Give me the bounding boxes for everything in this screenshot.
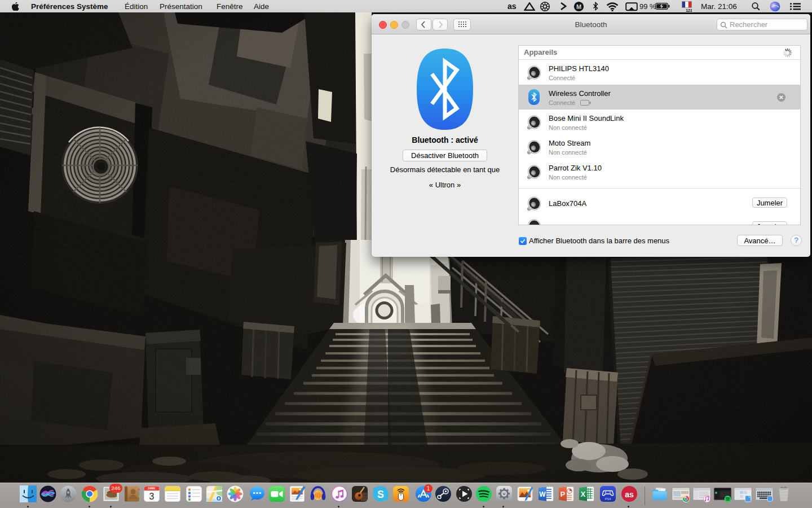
svg-text:S: S (377, 489, 384, 500)
svg-text:M: M (576, 3, 581, 10)
svg-text:123: 123 (686, 8, 692, 12)
svg-text:3: 3 (149, 492, 154, 501)
svg-text:W: W (539, 491, 546, 498)
svg-text:X: X (581, 491, 586, 498)
svg-text:PS4: PS4 (605, 497, 611, 501)
svg-text:as: as (625, 490, 634, 499)
svg-text:JANV.: JANV. (147, 487, 156, 490)
svg-text:P: P (561, 491, 565, 498)
